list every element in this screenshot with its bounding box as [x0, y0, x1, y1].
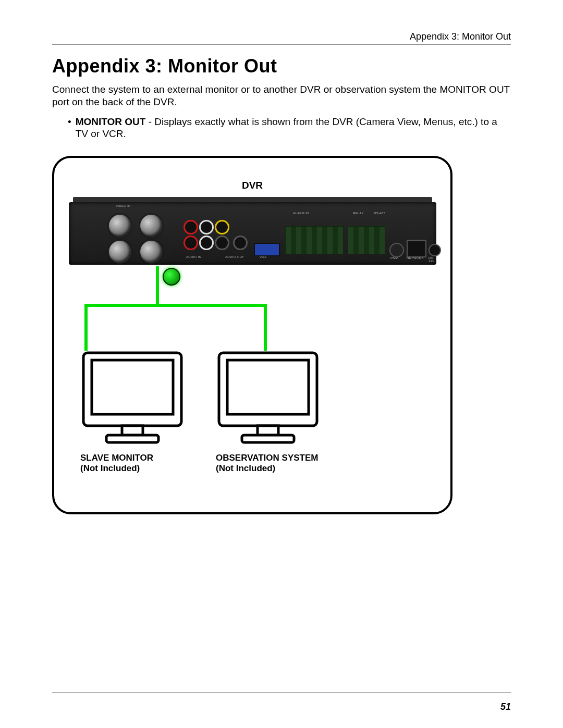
bnc-port-1	[108, 214, 132, 238]
cable-segment	[84, 304, 267, 307]
svg-rect-2	[122, 426, 143, 435]
rca-port	[215, 220, 229, 235]
slave-monitor-label: SLAVE MONITOR (Not Included)	[80, 453, 185, 474]
caption-rs485: RS-485	[374, 212, 385, 215]
dc-power-jack	[429, 244, 441, 256]
svg-rect-3	[106, 435, 158, 442]
header-rule	[52, 44, 511, 45]
observation-system-label: OBSERVATION SYSTEM (Not Included)	[216, 453, 320, 474]
bullet-marker: •	[68, 116, 71, 141]
svg-rect-7	[242, 435, 294, 442]
bullet-text: MONITOR OUT - Displays exactly what is s…	[76, 116, 511, 141]
bnc-port-4	[139, 240, 163, 264]
caption-audio-out: AUDIO OUT	[225, 255, 244, 258]
page-number: 51	[500, 701, 511, 712]
cable-segment	[156, 266, 159, 305]
running-header: Appendix 3: Monitor Out	[52, 31, 511, 42]
caption-vga: VGA	[260, 255, 267, 258]
terminal-block-relay	[348, 226, 385, 254]
ps2-port	[389, 243, 404, 257]
caption-alarm-in: ALARM IN	[293, 212, 309, 215]
footer-rule	[52, 692, 511, 693]
monitor-icon	[216, 350, 320, 449]
bullet-item: • MONITOR OUT - Displays exactly what is…	[68, 116, 511, 141]
rca-port	[215, 236, 229, 250]
caption-video-in: VIDEO IN	[116, 204, 131, 207]
svg-rect-5	[227, 360, 309, 414]
rca-port	[183, 236, 198, 250]
figure-container: DVR VIDEO IN	[52, 156, 452, 514]
page: Appendix 3: Monitor Out Appendix 3: Moni…	[0, 0, 563, 728]
bnc-video-in-group	[108, 214, 170, 261]
dvr-device: VIDEO IN AUDIO IN AUDIO OU	[69, 197, 436, 270]
vga-port	[254, 243, 280, 256]
monitor-out-port	[163, 268, 180, 286]
intro-paragraph: Connect the system to an external monito…	[52, 83, 511, 108]
label-line2: (Not Included)	[216, 463, 320, 474]
label-line2: (Not Included)	[80, 463, 185, 474]
rca-port	[199, 236, 214, 250]
caption-audio-in: AUDIO IN	[186, 255, 201, 258]
terminal-block-alarm	[285, 226, 344, 254]
caption-relay: RELAY	[353, 212, 364, 215]
cable-segment	[84, 304, 88, 351]
label-line1: OBSERVATION SYSTEM	[216, 453, 320, 463]
rca-port	[199, 220, 214, 235]
monitor-icon	[80, 350, 185, 449]
bnc-port-2	[139, 214, 163, 238]
caption-network: NETWORK	[407, 256, 424, 260]
dvr-back-panel: VIDEO IN AUDIO IN AUDIO OU	[69, 202, 436, 265]
rca-port	[183, 220, 198, 235]
svg-rect-6	[258, 426, 278, 435]
ethernet-port	[407, 240, 426, 257]
svg-rect-1	[92, 360, 173, 414]
rca-port	[233, 236, 248, 250]
appendix-title: Appendix 3: Monitor Out	[52, 55, 511, 77]
observation-system: OBSERVATION SYSTEM (Not Included)	[216, 350, 320, 474]
bnc-port-3	[108, 240, 132, 264]
caption-dc: DC-12V	[429, 256, 436, 263]
caption-ps2: PS/2	[390, 256, 398, 260]
cable-segment	[264, 304, 267, 351]
bullet-lead: MONITOR OUT	[76, 116, 146, 127]
slave-monitor: SLAVE MONITOR (Not Included)	[80, 350, 185, 474]
dvr-label: DVR	[54, 180, 450, 191]
label-line1: SLAVE MONITOR	[80, 453, 185, 463]
